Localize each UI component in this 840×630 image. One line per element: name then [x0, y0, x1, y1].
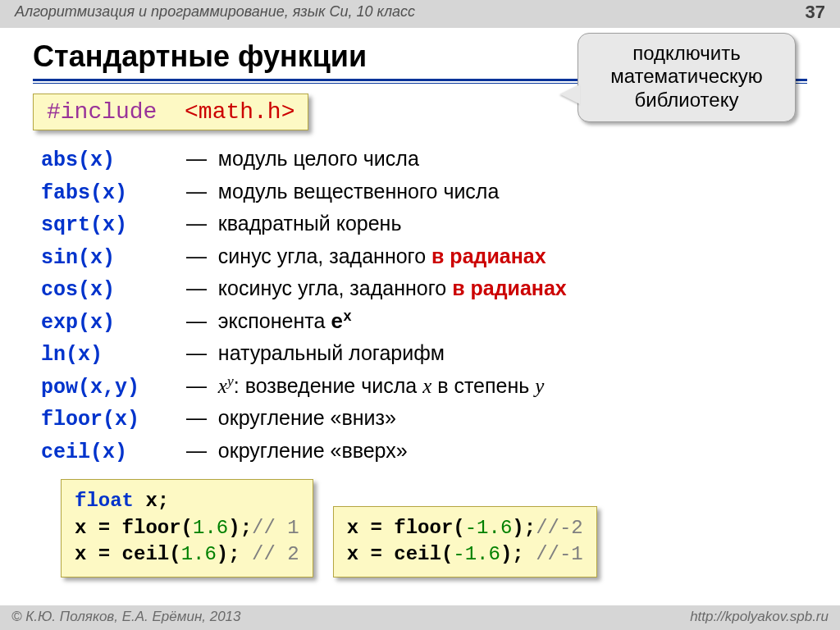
func-row-abs: abs(x) — модуль целого числа — [41, 144, 807, 176]
callout-bubble: подключить математическую библиотеку — [578, 33, 796, 122]
func-name: ln(x) — [41, 340, 180, 371]
function-list: abs(x) — модуль целого числа fabs(x) — м… — [33, 144, 807, 468]
page-number: 37 — [806, 2, 825, 23]
func-name: fabs(x) — [41, 179, 180, 209]
func-name: sqrt(x) — [41, 211, 180, 241]
dash: — — [186, 244, 207, 267]
dash: — — [186, 309, 207, 332]
func-highlight: в радианах — [452, 276, 567, 299]
dash: — — [186, 212, 207, 235]
dash: — — [186, 147, 207, 170]
breadcrumb: Алгоритмизация и программирование, язык … — [15, 3, 415, 21]
code-box-negative: x = floor(-1.6);//-2 x = ceil(-1.6); //-… — [333, 506, 597, 578]
include-keyword: #include — [47, 99, 157, 125]
func-desc: округление «вниз» — [218, 406, 396, 429]
func-desc: квадратный корень — [218, 212, 402, 235]
dash: — — [186, 180, 207, 203]
callout-line-3: библиотеку — [590, 89, 783, 112]
func-desc: модуль вещественного числа — [218, 180, 500, 203]
func-row-ln: ln(x) — натуральный логарифм — [41, 338, 807, 371]
func-name: sin(x) — [41, 244, 180, 274]
func-desc: округление «вверх» — [218, 439, 408, 462]
callout-tail-icon — [560, 84, 580, 104]
func-desc: экспонента — [218, 309, 331, 332]
func-desc: натуральный логарифм — [218, 341, 445, 364]
dash: — — [186, 374, 207, 397]
dash: — — [186, 439, 207, 462]
code-examples: float x; x = floor(1.6);// 1 x = ceil(1.… — [33, 479, 807, 577]
footer-bar: © К.Ю. Поляков, Е.А. Ерёмин, 2013 http:/… — [0, 605, 840, 630]
code-line: x = floor(1.6);// 1 — [75, 515, 299, 541]
include-arg: <math.h> — [185, 99, 294, 125]
func-row-sin: sin(x) — синус угла, заданного в радиана… — [41, 241, 807, 274]
func-desc: модуль целого числа — [218, 147, 419, 170]
slide-content: Стандартные функции подключить математич… — [0, 28, 840, 578]
code-box-positive: float x; x = floor(1.6);// 1 x = ceil(1.… — [61, 479, 313, 577]
func-row-cos: cos(x) — косинус угла, заданного в радиа… — [41, 273, 807, 306]
func-highlight: в радианах — [431, 244, 546, 267]
func-row-fabs: fabs(x) — модуль вещественного числа — [41, 176, 807, 209]
dash: — — [186, 341, 207, 364]
header-bar: Алгоритмизация и программирование, язык … — [0, 0, 840, 28]
func-row-sqrt: sqrt(x) — квадратный корень — [41, 208, 807, 241]
func-row-exp: exp(x) — экспонента ex — [41, 306, 807, 339]
func-name: cos(x) — [41, 276, 180, 306]
func-desc: косинус угла, заданного — [218, 276, 452, 299]
code-line: x = ceil(1.6); // 2 — [75, 541, 299, 568]
callout-line-1: подключить — [590, 42, 783, 65]
dash: — — [186, 276, 207, 299]
func-name: floor(x) — [41, 405, 180, 436]
func-row-ceil: ceil(x) — округление «вверх» — [41, 436, 807, 468]
func-row-pow: pow(x,y) — xy: возведение числа x в степ… — [41, 371, 807, 404]
func-desc: xy: возведение числа x в степень y — [218, 374, 544, 397]
func-desc: синус угла, заданного — [218, 244, 431, 267]
footer-copyright: © К.Ю. Поляков, Е.А. Ерёмин, 2013 — [11, 609, 241, 625]
dash: — — [186, 406, 207, 429]
footer-link: http://kpolyakov.spb.ru — [690, 609, 829, 625]
func-mono: ex — [331, 311, 352, 335]
code-line: float x; — [75, 488, 299, 514]
func-name: pow(x,y) — [41, 373, 180, 404]
code-line: x = ceil(-1.6); //-1 — [347, 541, 583, 568]
include-code-box: #include <math.h> — [33, 94, 308, 130]
func-row-floor: floor(x) — округление «вниз» — [41, 403, 807, 436]
func-name: exp(x) — [41, 308, 180, 339]
code-line: x = floor(-1.6);//-2 — [347, 515, 583, 541]
func-name: abs(x) — [41, 146, 180, 176]
func-name: ceil(x) — [41, 438, 180, 468]
callout-line-2: математическую — [590, 65, 783, 88]
